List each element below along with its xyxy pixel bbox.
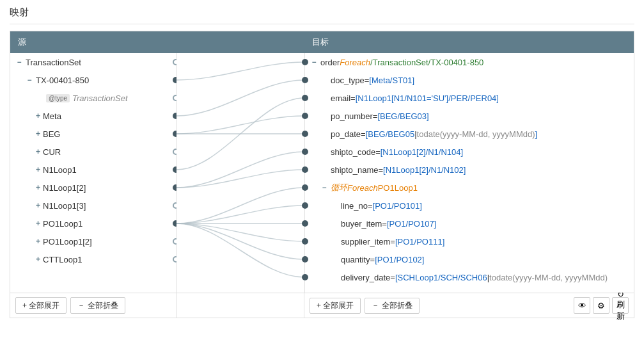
tree-label: TransactionSet: [72, 93, 127, 103]
left-tree-item[interactable]: +BEG: [10, 125, 176, 143]
segment-plain: supplier_item: [341, 237, 390, 247]
tree-toggle[interactable]: +: [36, 129, 40, 138]
left-tree-item[interactable]: @typeTransactionSet: [10, 89, 176, 107]
tree-label: TransactionSet: [26, 58, 81, 67]
segment-func: todate(yyyy-MM-dd, yyyyMMdd): [489, 273, 608, 282]
segment-op: =: [368, 201, 373, 211]
segment-keyword: Foreach: [347, 183, 378, 193]
tree-toggle[interactable]: +: [36, 201, 40, 210]
right-tree-item[interactable]: supplier_item = [PO1/PO111]: [305, 232, 634, 250]
right-tree-item[interactable]: shipto_code = [N1Loop1[2]/N1/N104]: [305, 143, 634, 161]
left-tree-item[interactable]: +N1Loop1: [10, 161, 176, 179]
left-tree-item[interactable]: +N1Loop1[2]: [10, 179, 176, 197]
tree-toggle[interactable]: +: [36, 183, 40, 192]
segment-op: =: [390, 273, 395, 282]
right-connector-dot: [302, 113, 308, 119]
tree-toggle[interactable]: －: [15, 57, 23, 68]
tree-toggle[interactable]: +: [36, 255, 40, 264]
refresh-icon-button[interactable]: ↻ 刷新: [612, 297, 629, 314]
right-tree-item[interactable]: doc_type = [Meta/ST01]: [305, 71, 634, 89]
right-tree-item[interactable]: buyer_item = [PO1/PO107]: [305, 214, 634, 232]
tree-label: BEG: [43, 129, 60, 139]
tree-label: PO1Loop1: [43, 219, 82, 229]
settings-icon-button[interactable]: ⚙: [593, 297, 609, 314]
segment-path-blue: [SCHLoop1/SCH/SCH06: [395, 273, 487, 282]
tree-label: PO1Loop1[2]: [43, 237, 92, 247]
tree-toggle[interactable]: +: [36, 237, 40, 246]
right-tree-item[interactable]: email = [N1Loop1[N1/N101='SU']/PER/PER04…: [305, 89, 634, 107]
right-connector-dot: [302, 274, 308, 280]
segment-op: =: [375, 147, 381, 157]
header-middle: [177, 31, 304, 53]
right-tree-toggle[interactable]: －: [320, 182, 328, 193]
left-tree-item[interactable]: －TX-00401-850: [10, 71, 176, 89]
footer-middle: [177, 293, 304, 318]
left-expand-all-button[interactable]: + 全部展开: [15, 297, 67, 314]
tree-label: CUR: [43, 147, 61, 157]
right-tree-toggle[interactable]: －: [310, 57, 318, 68]
left-tree-item[interactable]: +N1Loop1[3]: [10, 197, 176, 214]
right-collapse-all-button[interactable]: － 全部折叠: [365, 298, 419, 314]
right-tree-item[interactable]: po_number = [BEG/BEG03]: [305, 107, 634, 125]
segment-func: todate(yyyy-MM-dd, yyyyMMdd): [417, 129, 535, 139]
segment-path-blue: [PO1/PO102]: [375, 255, 424, 264]
segment-path-green: /TransactionSet/TX-00401-850: [370, 58, 483, 67]
left-collapse-all-button[interactable]: － 全部折叠: [70, 297, 125, 314]
segment-plain: shipto_name: [331, 165, 378, 175]
segment-path-blue: [BEG/BEG05: [366, 129, 415, 139]
segment-path-blue: ]: [535, 129, 538, 139]
segment-plain: po_number: [331, 111, 373, 121]
right-connector-dot: [302, 131, 308, 137]
right-expand-all-button[interactable]: + 全部展开: [310, 298, 361, 314]
right-tree-item[interactable]: shipto_name = [N1Loop1[2]/N1/N102]: [305, 161, 634, 179]
mapping-header: 源 目标: [10, 31, 634, 53]
right-connector-dot: [302, 238, 308, 245]
tree-toggle[interactable]: +: [36, 165, 40, 174]
segment-path-blue: [Meta/ST01]: [369, 76, 414, 85]
right-tree-item[interactable]: delivery_date = [SCHLoop1/SCH/SCH06 | to…: [305, 268, 634, 286]
segment-plain: email: [331, 93, 350, 103]
right-connector-dot: [302, 256, 308, 263]
segment-path-orange: PO1Loop1: [378, 183, 418, 193]
footer: + 全部展开 － 全部折叠 + 全部展开 － 全部折叠 👁 ⚙ ↻ 刷新: [10, 293, 634, 318]
left-tree-item[interactable]: +CTTLoop1: [10, 250, 176, 268]
segment-path-blue: [BEG/BEG03]: [377, 111, 428, 121]
segment-plain: delivery_date: [341, 273, 390, 282]
segment-op: =: [350, 93, 356, 103]
right-tree-item[interactable]: quantity = [PO1/PO102]: [305, 250, 634, 268]
segment-op: =: [370, 255, 375, 264]
left-tree-item[interactable]: +CUR: [10, 143, 176, 161]
right-tree-item[interactable]: po_date = [BEG/BEG05 | todate(yyyy-MM-dd…: [305, 125, 634, 143]
right-tree-item[interactable]: －循环 Foreach PO1Loop1: [305, 179, 634, 197]
tree-toggle[interactable]: －: [26, 75, 33, 86]
tree-toggle[interactable]: +: [36, 147, 40, 156]
left-panel: －TransactionSet－TX-00401-850@typeTransac…: [10, 53, 177, 293]
right-connector-dot: [302, 149, 308, 155]
segment-op: =: [382, 219, 387, 229]
right-footer-left: + 全部展开 － 全部折叠: [310, 298, 420, 314]
right-panel: －order Foreach /TransactionSet/TX-00401-…: [304, 53, 634, 293]
right-tree-item[interactable]: －order Foreach /TransactionSet/TX-00401-…: [305, 53, 634, 71]
segment-op: =: [361, 129, 366, 139]
segment-keyword: Foreach: [340, 58, 370, 67]
tree-label: TX-00401-850: [36, 76, 89, 85]
page-container: 映射 源 目标 －TransactionSet－TX-00401-850@typ…: [0, 0, 644, 356]
connections-svg: [177, 53, 304, 293]
segment-plain: line_no: [341, 201, 368, 211]
header-target-label: 目标: [304, 31, 634, 53]
left-tree-item[interactable]: +PO1Loop1[2]: [10, 232, 176, 250]
middle-panel: [177, 53, 304, 293]
segment-op: =: [378, 165, 383, 175]
tree-label: N1Loop1[2]: [43, 183, 86, 193]
tree-label: N1Loop1[3]: [43, 201, 86, 211]
left-tree-item[interactable]: －TransactionSet: [10, 53, 176, 71]
tree-toggle[interactable]: +: [36, 111, 40, 120]
left-tree-item[interactable]: +PO1Loop1: [10, 214, 176, 232]
right-connector-dot: [302, 77, 308, 83]
right-tree-item[interactable]: line_no = [PO1/PO101]: [305, 197, 634, 214]
left-tree-item[interactable]: +Meta: [10, 107, 176, 125]
segment-op: =: [373, 111, 378, 121]
tree-toggle[interactable]: +: [36, 219, 40, 228]
eye-icon-button[interactable]: 👁: [574, 297, 590, 314]
right-connector-dot: [302, 202, 308, 209]
